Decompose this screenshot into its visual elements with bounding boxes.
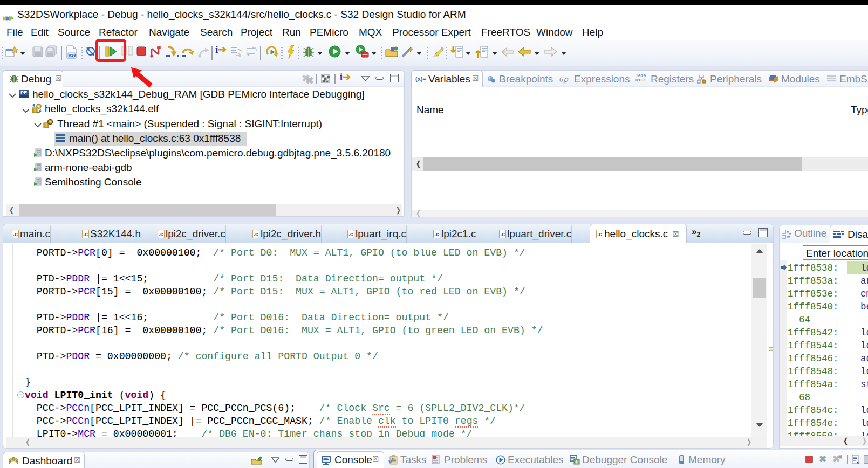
svg-text:6⍴: 6⍴ [559, 75, 569, 84]
svg-text:PE: PE [20, 90, 27, 95]
svg-text:010: 010 [69, 53, 76, 58]
